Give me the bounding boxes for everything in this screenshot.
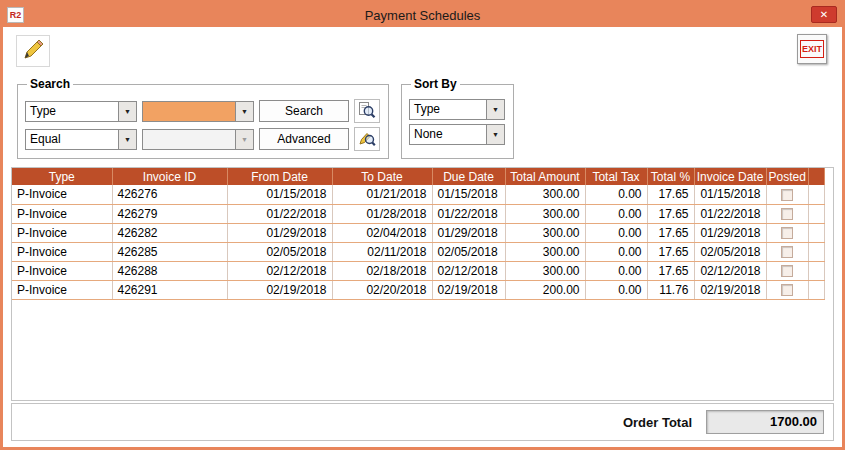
exit-button[interactable]: EXIT — [797, 34, 827, 64]
table-cell: P-Invoice — [12, 223, 112, 242]
column-header-total-tax[interactable]: Total Tax — [585, 168, 647, 185]
posted-cell — [766, 185, 808, 204]
table-cell: 01/29/2018 — [227, 223, 332, 242]
table-cell: 17.65 — [647, 204, 694, 223]
edit-button[interactable] — [16, 35, 50, 67]
table-cell: 426288 — [112, 261, 227, 280]
column-header-type[interactable]: Type — [12, 168, 112, 185]
column-header-invoice-id[interactable]: Invoice ID — [112, 168, 227, 185]
search-operator-criteria-value — [143, 130, 235, 149]
window-title: Payment Schedules — [3, 8, 842, 23]
table-cell: 300.00 — [505, 223, 585, 242]
table-cell: 200.00 — [505, 280, 585, 299]
table-cell: 0.00 — [585, 261, 647, 280]
magnifier-document-icon — [358, 101, 376, 122]
table-cell: 02/20/2018 — [332, 280, 432, 299]
chevron-down-icon[interactable]: ▼ — [118, 130, 136, 149]
search-button[interactable]: Search — [259, 100, 349, 122]
sort-primary-combo[interactable]: Type ▼ — [409, 99, 505, 120]
table-cell: P-Invoice — [12, 261, 112, 280]
posted-checkbox[interactable] — [781, 189, 793, 201]
table-cell: 02/11/2018 — [332, 242, 432, 261]
sort-secondary-combo[interactable]: None ▼ — [409, 124, 505, 145]
column-header-filler — [808, 168, 824, 185]
exit-icon: EXIT — [800, 40, 824, 58]
posted-cell — [766, 242, 808, 261]
search-row-1: Type ▼ ▼ Search — [25, 99, 380, 123]
column-header-total-[interactable]: Total % — [647, 168, 694, 185]
table-row[interactable]: P-Invoice42627601/15/201801/21/201801/15… — [12, 185, 824, 204]
table-row[interactable]: P-Invoice42629102/19/201802/20/201802/19… — [12, 280, 824, 299]
payment-schedule-table: TypeInvoice IDFrom DateTo DateDue DateTo… — [12, 168, 825, 300]
close-button[interactable]: ✕ — [811, 6, 837, 23]
posted-checkbox[interactable] — [781, 208, 793, 220]
table-row[interactable]: P-Invoice42628802/12/201802/18/201802/12… — [12, 261, 824, 280]
table-cell: 0.00 — [585, 185, 647, 204]
search-operator-combo[interactable]: Equal ▼ — [25, 129, 137, 150]
chevron-down-icon[interactable]: ▼ — [118, 102, 136, 121]
filler-cell — [808, 280, 824, 299]
sortby-groupbox: Sort By Type ▼ None ▼ — [401, 77, 514, 159]
column-header-to-date[interactable]: To Date — [332, 168, 432, 185]
sort-secondary-value: None — [410, 125, 486, 144]
search-criteria-combo[interactable]: ▼ — [142, 101, 254, 122]
chevron-down-icon[interactable]: ▼ — [235, 102, 253, 121]
search-operator-value: Equal — [26, 130, 118, 149]
table-cell: 300.00 — [505, 185, 585, 204]
column-header-invoice-date[interactable]: Invoice Date — [694, 168, 766, 185]
table-cell: 426291 — [112, 280, 227, 299]
column-header-due-date[interactable]: Due Date — [432, 168, 505, 185]
column-header-posted[interactable]: Posted — [766, 168, 808, 185]
table-cell: P-Invoice — [12, 185, 112, 204]
table-cell: 01/15/2018 — [432, 185, 505, 204]
search-groupbox-label: Search — [27, 77, 73, 91]
posted-cell — [766, 280, 808, 299]
content-area: EXIT Search Type ▼ ▼ Search — [3, 27, 842, 447]
table-cell: P-Invoice — [12, 280, 112, 299]
column-header-from-date[interactable]: From Date — [227, 168, 332, 185]
posted-checkbox[interactable] — [781, 227, 793, 239]
table-row[interactable]: P-Invoice42628502/05/201802/11/201802/05… — [12, 242, 824, 261]
chevron-down-icon[interactable]: ▼ — [486, 100, 504, 119]
table-cell: 01/15/2018 — [694, 185, 766, 204]
table-cell: 02/05/2018 — [227, 242, 332, 261]
order-total-value: 1700.00 — [706, 410, 824, 434]
posted-checkbox[interactable] — [781, 284, 793, 296]
payment-schedules-window: R2 Payment Schedules ✕ EXIT — [0, 0, 845, 450]
advanced-tool-button[interactable] — [354, 127, 380, 151]
column-header-total-amount[interactable]: Total Amount — [505, 168, 585, 185]
posted-checkbox[interactable] — [781, 265, 793, 277]
table-cell: 01/21/2018 — [332, 185, 432, 204]
table-cell: 01/22/2018 — [227, 204, 332, 223]
advanced-button[interactable]: Advanced — [259, 128, 349, 150]
table-cell: 02/12/2018 — [432, 261, 505, 280]
table-cell: 17.65 — [647, 261, 694, 280]
table-cell: 02/19/2018 — [694, 280, 766, 299]
table-cell: 300.00 — [505, 204, 585, 223]
titlebar: R2 Payment Schedules ✕ — [3, 3, 842, 27]
table-cell: 300.00 — [505, 242, 585, 261]
table-cell: 01/15/2018 — [227, 185, 332, 204]
search-field-combo[interactable]: Type ▼ — [25, 101, 137, 122]
table-cell: 426282 — [112, 223, 227, 242]
schedule-table-panel: TypeInvoice IDFrom DateTo DateDue DateTo… — [11, 167, 834, 401]
table-cell: 01/28/2018 — [332, 204, 432, 223]
table-cell: 11.76 — [647, 280, 694, 299]
table-cell: 02/12/2018 — [694, 261, 766, 280]
pencil-icon — [21, 38, 45, 65]
posted-cell — [766, 223, 808, 242]
chevron-down-icon[interactable]: ▼ — [486, 125, 504, 144]
table-cell: 17.65 — [647, 242, 694, 261]
search-row-2: Equal ▼ ▼ Advanced — [25, 127, 380, 151]
table-cell: 426279 — [112, 204, 227, 223]
table-header-row: TypeInvoice IDFrom DateTo DateDue DateTo… — [12, 168, 824, 185]
posted-checkbox[interactable] — [781, 246, 793, 258]
search-groupbox: Search Type ▼ ▼ Search — [17, 77, 389, 159]
table-cell: P-Invoice — [12, 242, 112, 261]
table-cell: 0.00 — [585, 280, 647, 299]
search-tool-button[interactable] — [354, 99, 380, 123]
table-row[interactable]: P-Invoice42628201/29/201802/04/201801/29… — [12, 223, 824, 242]
magnifier-pencil-icon — [358, 129, 376, 150]
filler-cell — [808, 242, 824, 261]
table-row[interactable]: P-Invoice42627901/22/201801/28/201801/22… — [12, 204, 824, 223]
